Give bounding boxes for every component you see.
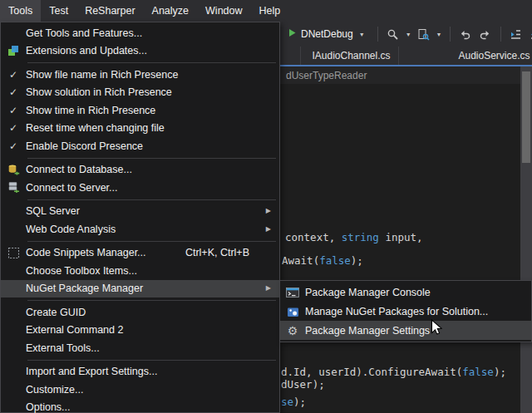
menu-item-label: Code Snippets Manager...	[26, 247, 146, 258]
toolbar-separator	[500, 27, 501, 42]
gear-icon: ⚙	[280, 325, 305, 337]
menu-item-connect-to-server[interactable]: Connect to Server...	[1, 179, 279, 197]
code-token: Await(	[282, 254, 319, 267]
menubar-item-analyze[interactable]: Analyze	[144, 0, 197, 22]
menu-item-choose-toolbox-items[interactable]: Choose Toolbox Items...	[1, 262, 279, 280]
extensions-icon	[1, 45, 26, 57]
tab-audioservice-cs[interactable]: AudioService.cs	[451, 47, 532, 65]
menu-separator	[27, 241, 276, 242]
menubar-item-resharper[interactable]: ReSharper	[76, 0, 143, 22]
scrollbar-thumb[interactable]	[522, 71, 530, 163]
menu-item-package-manager-console[interactable]: Package Manager Console	[280, 283, 531, 302]
menubar: ToolsTestReSharperAnalyzeWindowHelp	[0, 0, 532, 22]
caret-down-icon[interactable]: ▼	[404, 32, 413, 37]
tab-iaudiochannel-cs[interactable]: IAudioChannel.cs	[304, 47, 399, 65]
navigation-bar-member[interactable]: dUserTypeReader	[286, 70, 367, 81]
code-line[interactable]: dUser);	[281, 378, 325, 391]
tab-label: IAudioChannel.cs	[312, 50, 390, 61]
code-token: false	[319, 254, 351, 267]
code-token: input,	[379, 231, 423, 243]
code-token: dUser);	[281, 378, 325, 391]
code-token: string	[342, 231, 379, 243]
menu-item-external-command-2[interactable]: External Command 2	[1, 322, 279, 340]
start-debug-button[interactable]: DNetDebug▼	[283, 27, 372, 42]
menu-item-reset-time-when-changing-file[interactable]: ✓Reset time when changing file	[1, 120, 279, 138]
menubar-item-tools[interactable]: Tools	[0, 0, 41, 22]
code-token: d.Id, userId).ConfigureAwait(	[281, 366, 462, 378]
code-line[interactable]: se);	[281, 396, 306, 408]
menubar-item-window[interactable]: Window	[197, 0, 250, 22]
menu-item-show-solution-in-rich-presence[interactable]: ✓Show solution in Rich Presence	[1, 84, 279, 102]
menu-item-label: Package Manager Settings	[305, 325, 430, 337]
nuget-package-manager-submenu: Package Manager ConsoleManage NuGet Pack…	[279, 280, 532, 342]
menu-item-import-and-export-settings[interactable]: Import and Export Settings...	[1, 363, 279, 381]
menu-item-customize[interactable]: Customize...	[1, 381, 279, 399]
menu-item-web-code-analysis[interactable]: Web Code Analysis▶	[1, 220, 279, 238]
menu-item-label: Connect to Database...	[26, 164, 132, 175]
toolbar-separator	[377, 27, 378, 42]
debug-target-label: DNetDebug	[301, 28, 353, 40]
code-line[interactable]: Await(false);	[282, 254, 363, 267]
menu-item-label: Show file name in Rich Presence	[26, 69, 178, 81]
menu-item-label: Web Code Analysis	[26, 224, 116, 235]
menu-item-package-manager-settings[interactable]: ⚙Package Manager Settings	[280, 321, 531, 340]
menu-item-connect-to-database[interactable]: Connect to Database...	[1, 161, 279, 179]
menu-item-manage-nuget-packages-for-solution[interactable]: Manage NuGet Packages for Solution...	[280, 302, 531, 321]
menu-separator	[27, 62, 276, 63]
run-icon	[288, 28, 297, 40]
menu-item-label: Connect to Server...	[26, 182, 117, 194]
menubar-item-help[interactable]: Help	[251, 0, 289, 22]
indent-icon[interactable]	[507, 25, 525, 43]
find-in-files-icon[interactable]	[415, 25, 433, 43]
menubar-item-test[interactable]: Test	[41, 0, 76, 22]
attach-to-process-icon[interactable]	[384, 25, 402, 43]
navigate-forward-icon[interactable]	[476, 25, 495, 43]
navigate-backward-icon[interactable]	[456, 25, 475, 43]
menu-item-external-tools[interactable]: External Tools...	[1, 339, 279, 357]
database-connect-icon	[1, 164, 26, 176]
menu-item-label: Customize...	[26, 384, 83, 396]
menu-item-label: Choose Toolbox Items...	[26, 265, 137, 277]
menu-item-label: External Command 2	[26, 324, 123, 336]
menu-item-label: SQL Server	[26, 205, 80, 217]
menu-item-extensions-and-updates[interactable]: Extensions and Updates...	[1, 42, 279, 61]
menu-item-options[interactable]: Options...	[1, 399, 279, 413]
code-token: false	[462, 366, 494, 378]
check-icon: ✓	[1, 123, 26, 133]
code-line[interactable]: context, string input,	[285, 231, 423, 243]
menu-item-code-snippets-manager[interactable]: Code Snippets Manager...Ctrl+K, Ctrl+B	[1, 244, 279, 263]
toolbar-separator	[450, 27, 451, 42]
submenu-arrow-icon: ▶	[266, 208, 271, 214]
caret-down-icon[interactable]: ▼	[357, 32, 367, 37]
vertical-scrollbar[interactable]	[520, 66, 532, 413]
menu-item-get-tools-and-features[interactable]: Get Tools and Features...	[1, 24, 279, 42]
code-token: );	[293, 396, 306, 408]
console-icon	[280, 287, 305, 298]
menu-item-enable-discord-presence[interactable]: ✓Enable Discord Presence	[1, 137, 279, 155]
menu-item-label: Manage NuGet Packages for Solution...	[305, 306, 488, 317]
menu-item-label: Show solution in Rich Presence	[26, 86, 172, 98]
menu-item-label: NuGet Package Manager	[26, 283, 143, 294]
check-icon: ✓	[1, 70, 26, 80]
menu-item-sql-server[interactable]: SQL Server▶	[1, 203, 279, 221]
code-line[interactable]: d.Id, userId).ConfigureAwait(false);	[281, 366, 506, 378]
menu-item-label: Enable Discord Presence	[26, 140, 143, 152]
check-icon: ✓	[1, 141, 26, 151]
menu-item-label: Package Manager Console	[305, 287, 431, 298]
menu-item-show-time-in-rich-presence[interactable]: ✓Show time in Rich Presence	[1, 101, 279, 120]
submenu-arrow-icon: ▶	[266, 226, 271, 233]
menu-item-show-file-name-in-rich-presence[interactable]: ✓Show file name in Rich Presence	[1, 66, 279, 84]
menu-item-label: Extensions and Updates...	[26, 45, 147, 57]
caret-down-icon[interactable]: ▼	[435, 32, 444, 37]
nuget-icon	[280, 305, 305, 317]
snippets-icon	[1, 247, 26, 259]
code-token: );	[351, 254, 363, 267]
menu-item-nuget-package-manager[interactable]: NuGet Package Manager▶	[1, 280, 279, 298]
menu-item-label: Options...	[26, 401, 71, 413]
server-connect-icon	[1, 181, 26, 194]
menu-separator	[27, 300, 276, 301]
tab-label: AudioService.cs	[458, 50, 530, 61]
outdent-icon[interactable]	[527, 25, 532, 43]
menu-item-create-guid[interactable]: Create GUID	[1, 303, 279, 322]
mouse-cursor	[431, 319, 442, 340]
